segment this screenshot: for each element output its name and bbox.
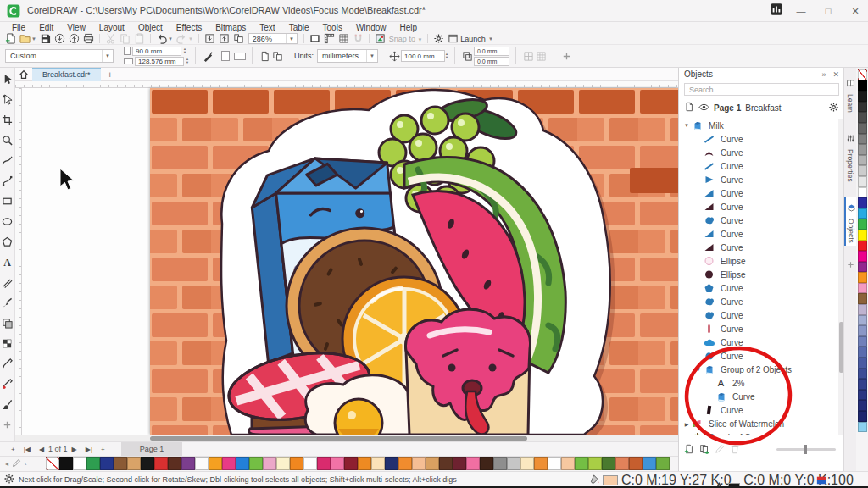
vertical-ruler[interactable] bbox=[15, 88, 22, 435]
nudge-distance-field[interactable]: 100.0 mm bbox=[401, 50, 445, 62]
color-swatch[interactable] bbox=[858, 293, 867, 304]
open-folder-button[interactable]: ▼ bbox=[18, 33, 38, 45]
horizontal-scrollbar[interactable] bbox=[15, 435, 678, 441]
color-swatch[interactable] bbox=[858, 176, 867, 187]
color-swatch[interactable] bbox=[858, 336, 867, 347]
snap-to-dropdown[interactable]: Snap to ▼ bbox=[389, 35, 422, 43]
color-swatch[interactable] bbox=[385, 458, 398, 470]
zoom-tool[interactable] bbox=[1, 134, 14, 147]
color-swatch[interactable] bbox=[141, 458, 154, 470]
color-swatch[interactable] bbox=[114, 458, 127, 470]
page-height-field[interactable]: 128.576 mm bbox=[135, 57, 184, 66]
pick-tool[interactable] bbox=[1, 73, 14, 86]
chart-app-icon[interactable] bbox=[770, 3, 783, 19]
color-swatch[interactable] bbox=[520, 458, 534, 470]
menu-edit[interactable]: Edit bbox=[32, 23, 60, 32]
object-tree-row[interactable]: Curve bbox=[679, 214, 838, 227]
close-button[interactable]: ✕ bbox=[846, 6, 865, 17]
object-tree-row[interactable]: Curve bbox=[679, 159, 838, 173]
color-swatch[interactable] bbox=[643, 458, 656, 470]
object-tree-row[interactable]: Curve bbox=[679, 132, 838, 146]
color-swatch[interactable] bbox=[588, 458, 602, 470]
paint-tool[interactable] bbox=[1, 398, 14, 411]
outline-status[interactable]: C:0 M:0 Y:0 K:100 0.567 pt bbox=[714, 473, 868, 488]
color-swatch[interactable] bbox=[858, 315, 867, 326]
color-swatch[interactable] bbox=[858, 187, 867, 198]
launch-button[interactable]: Launch▼ bbox=[446, 33, 494, 45]
color-swatch[interactable] bbox=[858, 144, 867, 155]
color-swatch[interactable] bbox=[858, 347, 867, 358]
color-swatch[interactable] bbox=[858, 422, 867, 433]
page-width-field[interactable]: 90.0 mm bbox=[132, 47, 181, 56]
add-page-button-2[interactable]: + bbox=[101, 446, 105, 453]
tree-expander-icon[interactable]: ▶ bbox=[682, 421, 691, 427]
shape-tool[interactable] bbox=[1, 93, 14, 106]
first-page-button[interactable]: |◀ bbox=[24, 446, 31, 453]
next-page-button[interactable]: ▶ bbox=[72, 446, 77, 453]
color-swatch[interactable] bbox=[466, 458, 480, 470]
color-swatch[interactable] bbox=[59, 458, 73, 470]
color-swatch[interactable] bbox=[858, 91, 867, 102]
document-tab[interactable]: Breakfast.cdr* bbox=[32, 68, 101, 81]
no-color-swatch[interactable] bbox=[858, 69, 867, 80]
object-tree-row[interactable]: Curve bbox=[679, 403, 838, 417]
pages-button[interactable] bbox=[231, 33, 246, 45]
dimension-tool[interactable] bbox=[1, 276, 14, 289]
color-swatch[interactable] bbox=[453, 458, 466, 470]
welcome-button[interactable] bbox=[373, 33, 387, 45]
new-master-layer-icon[interactable] bbox=[699, 442, 709, 458]
color-swatch[interactable] bbox=[195, 458, 209, 470]
tree-expander-icon[interactable]: ▼ bbox=[682, 123, 691, 128]
color-swatch[interactable] bbox=[858, 251, 867, 262]
fill-status[interactable]: C:0 M:19 Y:27 K:0 bbox=[588, 473, 732, 488]
color-swatch[interactable] bbox=[858, 304, 867, 315]
color-swatch[interactable] bbox=[331, 458, 344, 470]
object-tree-row[interactable]: Ellipse bbox=[679, 268, 838, 281]
object-tree-row[interactable]: A2% bbox=[679, 376, 838, 390]
menu-text[interactable]: Text bbox=[253, 23, 281, 32]
menu-effects[interactable]: Effects bbox=[170, 23, 209, 32]
object-tree-row[interactable]: Curve bbox=[679, 200, 838, 214]
object-tree-row[interactable]: Curve bbox=[679, 281, 838, 295]
crop-tool[interactable] bbox=[1, 114, 14, 126]
object-tree-row[interactable]: Curve bbox=[679, 295, 838, 308]
show-grid-button[interactable] bbox=[337, 33, 351, 45]
text-tool[interactable]: A bbox=[1, 256, 14, 269]
color-swatch[interactable] bbox=[209, 458, 222, 470]
layer-visibility-eye-icon[interactable] bbox=[698, 102, 709, 114]
palette-flyout-icon[interactable]: ◂ bbox=[5, 460, 8, 468]
palette-scroll-left-icon[interactable]: ‹ bbox=[25, 460, 27, 468]
thumbnail-size-slider[interactable] bbox=[776, 448, 836, 451]
options-gear-button[interactable] bbox=[431, 33, 446, 45]
object-tree-row[interactable]: ▼Milk bbox=[679, 119, 838, 132]
color-swatch[interactable] bbox=[858, 400, 867, 411]
object-tree-row[interactable]: Curve bbox=[679, 186, 838, 200]
menu-tools[interactable]: Tools bbox=[316, 23, 349, 32]
color-swatch[interactable] bbox=[249, 458, 263, 470]
duplicate-y-field[interactable]: 0.0 mm bbox=[474, 57, 509, 66]
landscape-button[interactable] bbox=[234, 53, 246, 60]
save-button[interactable] bbox=[38, 33, 53, 45]
current-page-size-icon[interactable] bbox=[259, 50, 271, 63]
docker-tab-learn[interactable]: Learn bbox=[846, 73, 855, 116]
edit-layer-icon[interactable] bbox=[715, 442, 725, 458]
new-document-button[interactable] bbox=[3, 33, 18, 45]
rectangle-tool[interactable] bbox=[1, 195, 14, 208]
duplicate-x-field[interactable]: 0.0 mm bbox=[474, 47, 509, 56]
color-swatch[interactable] bbox=[426, 458, 439, 470]
color-swatch[interactable] bbox=[439, 458, 453, 470]
jam-toast[interactable] bbox=[406, 309, 531, 435]
print-button[interactable] bbox=[81, 33, 96, 45]
previous-page-button[interactable]: ◀ bbox=[39, 446, 44, 453]
color-swatch[interactable] bbox=[290, 458, 303, 470]
status-gear-icon[interactable] bbox=[3, 473, 15, 488]
object-tree-row[interactable]: ▶Bunch of Grapes bbox=[679, 430, 838, 435]
color-swatch[interactable] bbox=[858, 208, 867, 219]
color-swatch[interactable] bbox=[507, 458, 520, 470]
color-swatch[interactable] bbox=[629, 458, 643, 470]
color-swatch[interactable] bbox=[602, 458, 615, 470]
color-swatch[interactable] bbox=[858, 325, 867, 336]
layer-header-row[interactable]: Page 1 Breakfast bbox=[679, 100, 844, 115]
menu-window[interactable]: Window bbox=[349, 23, 393, 32]
color-swatch[interactable] bbox=[371, 458, 385, 470]
